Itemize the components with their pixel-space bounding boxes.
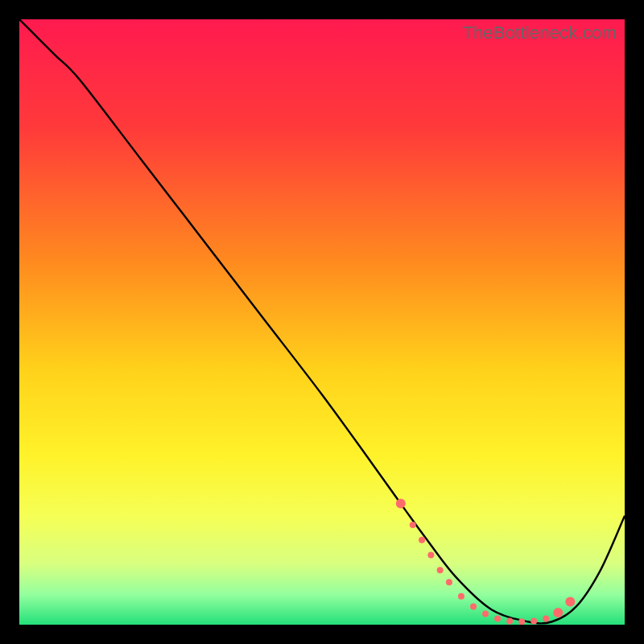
marker-point (470, 603, 477, 609)
marker-point (437, 567, 444, 573)
marker-point (482, 610, 489, 617)
marker-point (565, 597, 575, 606)
marker-point (458, 593, 464, 600)
chart-frame: TheBottleneck.com (19, 19, 625, 625)
watermark-text: TheBottleneck.com (462, 23, 617, 43)
marker-point (396, 499, 406, 509)
marker-point (530, 617, 537, 624)
marker-point (419, 537, 425, 543)
marker-point (543, 615, 549, 621)
chart-background (19, 19, 625, 625)
marker-point (553, 608, 563, 617)
marker-point (446, 579, 452, 585)
chart-svg (19, 19, 625, 625)
marker-point (427, 552, 434, 559)
marker-point (410, 522, 416, 528)
marker-point (518, 618, 525, 625)
marker-point (506, 617, 513, 624)
marker-point (494, 615, 501, 621)
